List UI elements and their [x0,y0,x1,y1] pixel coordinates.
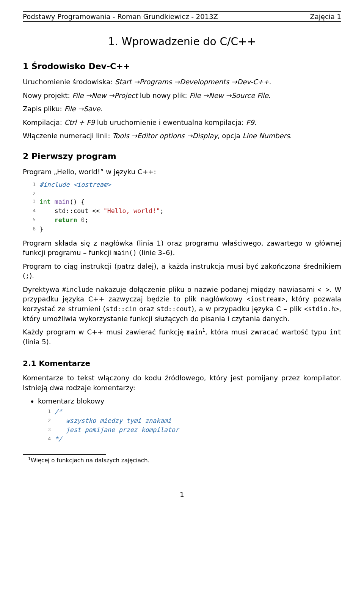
code-block-comment: 1/* 2 wszystko miedzy tymi znakami 3 jes… [38,407,341,444]
text: Dyrektywa [23,285,62,293]
em: F9 [246,118,254,126]
sec21-intro: Komentarze to tekst włączony do kodu źró… [23,373,341,392]
text: . [269,78,271,86]
sec2-p8: Dyrektywa #include nakazuje dołączenie p… [23,285,341,323]
code-line: 4*/ [38,435,341,444]
em: Display [193,132,218,140]
document-page: Podstawy Programowania - Roman Grundkiew… [0,0,364,514]
sec2-p7: Program to ciąg instrukcji (patrz dalej)… [23,262,341,281]
tok: ; [160,207,164,214]
text: , która musi zwracać wartość typu [205,328,329,336]
header-left: Podstawy Programowania - Roman Grundkiew… [23,13,218,20]
tok: 0 [81,216,85,224]
tok: ; [85,216,88,224]
sec2-p6: Program składa się z nagłówka (linia 1) … [23,238,341,258]
em: File [64,105,75,113]
arrow: → [129,132,137,140]
text: (linia 5). [23,338,51,346]
tt: std::cout [157,305,191,313]
em: New [209,91,223,99]
list-item: komentarz blokowy 1/* 2 wszystko miedzy … [38,397,341,444]
em: Developments [180,78,229,86]
tok [77,216,81,224]
sec1-p2: Nowy projekt: File →New →Project lub now… [23,91,341,101]
page-header: Podstawy Programowania - Roman Grundkiew… [23,13,341,20]
code-line: 2 wszystko miedzy tymi znakami [38,416,341,426]
text: Kompilacja: [23,118,64,126]
text: Włączenie numeracji linii: [23,132,112,140]
sec1-p1: Uruchomienie środowiska: Start →Programs… [23,77,341,87]
arrow: → [172,78,180,86]
bullet-label: komentarz blokowy [38,397,104,405]
code-line: 5 return 0; [23,216,341,225]
em: Save [83,105,100,113]
footnote-text: Więcej o funkcjach na dalszych zajęciach… [31,457,149,464]
code: jest pomijane przez kompilator [55,426,179,435]
arrow: → [76,105,84,113]
tok: return [55,216,77,224]
em: New [91,91,106,99]
code-line: 4 std::cout << "Hello, world!"; [23,206,341,216]
tt: #include [62,286,93,293]
gutter: 4 [38,435,55,444]
tok: int [39,198,51,205]
em: Tools [112,132,129,140]
gutter: 2 [23,189,39,197]
tok: std::cout << [39,207,104,214]
code-line: 3int main() { [23,197,341,206]
sec2-p9: Każdy program w C++ musi zawierać funkcj… [23,327,341,347]
text: Zapis pliku: [23,105,64,113]
code-line: 6} [23,225,341,234]
text: ), a w przypadku języka C – plik [191,305,304,313]
em: Dev-C++ [237,78,269,86]
tok [51,198,55,205]
footnote-ref: 1 [202,328,205,333]
sec1-p4: Kompilacja: Ctrl + F9 lub uruchomienie i… [23,118,341,128]
gutter: 2 [38,416,55,426]
tok: "Hello, world!" [104,207,160,214]
text: oraz [137,305,157,313]
text: Nowy projekt: [23,91,72,99]
tt: <stdio.h> [304,305,339,313]
code: return 0; [39,216,88,225]
code: std::cout << "Hello, world!"; [39,206,164,216]
em: Line Numbers [242,132,290,140]
footnote-marker: 1 [28,456,31,461]
gutter: 3 [38,426,55,435]
document-title: 1. Wprowadzenie do C/C++ [23,35,341,48]
tt: main() [113,249,136,257]
page-number: 1 [23,490,341,498]
footnote-rule [23,454,106,455]
rule-top [23,11,341,12]
em: Source File [231,91,268,99]
gutter: 5 [23,216,39,225]
tok: () { [70,198,85,205]
text: , opcja [218,132,243,140]
gutter: 3 [23,197,39,206]
text: (linie 3–6). [137,249,175,257]
tt: main [187,328,202,336]
em: File [72,91,83,99]
tt: std::cin [106,305,137,313]
gutter: 1 [23,180,39,189]
tok [39,216,55,224]
code: int main() { [39,197,85,206]
gutter: 6 [23,225,39,234]
arrow: → [229,78,237,86]
gutter: 4 [23,206,39,216]
arrow: → [107,91,115,99]
rule-sep [23,21,341,22]
text: . [254,118,257,126]
text: Każdy program w C++ musi zawierać funkcj… [23,328,187,336]
em: Project [114,91,138,99]
footnote: 1Więcej o funkcjach na dalszych zajęciac… [28,456,341,464]
tt: < > [317,286,329,293]
code-line: 3 jest pomijane przez kompilator [38,426,341,435]
arrow: → [185,132,193,140]
gutter: 1 [38,407,55,416]
code-line: 1#include <iostream> [23,180,341,189]
code: */ [55,435,62,444]
text: . [268,91,271,99]
text: ). [29,272,34,280]
code: } [39,225,43,234]
